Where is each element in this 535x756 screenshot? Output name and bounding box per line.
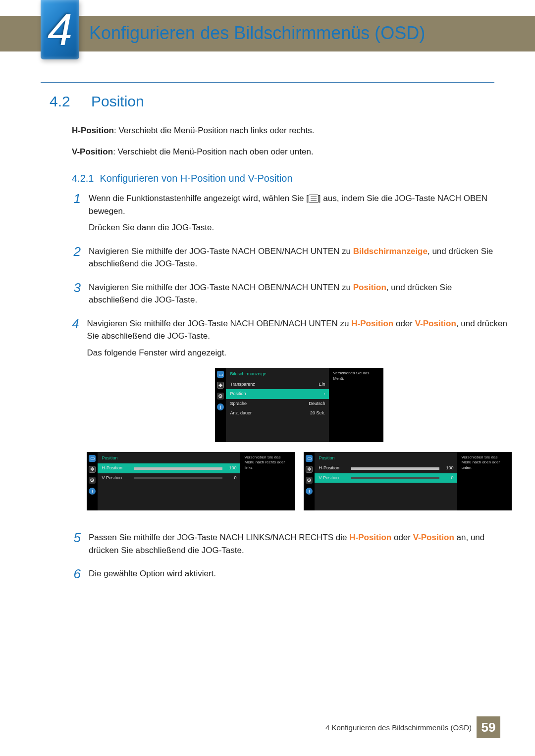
step: 6 Die gewählte Option wird aktiviert. bbox=[72, 567, 494, 584]
section-number: 4.2 bbox=[50, 93, 79, 110]
footer-text: 4 Konfigurieren des Bildschirmmenüs (OSD… bbox=[325, 723, 472, 732]
intro-h: H-Position: Verschiebt die Menü-Position… bbox=[72, 125, 494, 137]
footer: 4 Konfigurieren des Bildschirmmenüs (OSD… bbox=[0, 716, 535, 738]
move-icon: ✥ bbox=[89, 466, 96, 473]
info-icon: i bbox=[89, 488, 96, 495]
monitor-icon: ▭ bbox=[306, 455, 313, 462]
divider-top bbox=[41, 82, 494, 83]
chapter-number: 4 bbox=[48, 7, 72, 52]
info-icon: i bbox=[306, 488, 313, 495]
menu-icon bbox=[309, 195, 319, 202]
gear-icon: ⚙ bbox=[217, 393, 224, 400]
chapter-tab: 4 bbox=[41, 0, 79, 59]
steps-list: 1 Wenn die Funktionstastenhilfe angezeig… bbox=[72, 192, 494, 584]
gear-icon: ⚙ bbox=[306, 477, 313, 484]
monitor-icon: ▭ bbox=[217, 371, 224, 378]
chapter-title: Konfigurieren des Bildschirmmenüs (OSD) bbox=[89, 23, 425, 44]
osd-v-position: ▭ ✥ ⚙ i Position H-Position100 V-Positio… bbox=[304, 452, 512, 511]
section-title: Position bbox=[91, 93, 144, 110]
content: 4.2 Position H-Position: Verschiebt die … bbox=[50, 93, 494, 591]
step: 4 Navigieren Sie mithilfe der JOG-Taste … bbox=[72, 317, 494, 525]
osd-h-position: ▭ ✥ ⚙ i Position H-Position100 V-Positio… bbox=[87, 452, 295, 511]
monitor-icon: ▭ bbox=[89, 455, 96, 462]
page-number: 59 bbox=[477, 716, 500, 738]
info-icon: i bbox=[217, 403, 224, 410]
osd-main: ▭ ✥ ⚙ i Bildschirmanzeige TransparenzEin… bbox=[215, 368, 383, 442]
intro-v: V-Position: Verschiebt die Menü-Position… bbox=[72, 146, 494, 158]
step: 1 Wenn die Funktionstastenhilfe angezeig… bbox=[72, 192, 494, 238]
step: 3 Navigieren Sie mithilfe der JOG-Taste … bbox=[72, 281, 494, 310]
subsection-title: Konfigurieren von H-Position und V-Posit… bbox=[100, 173, 292, 184]
step: 2 Navigieren Sie mithilfe der JOG-Taste … bbox=[72, 245, 494, 274]
move-icon: ✥ bbox=[306, 466, 313, 473]
gear-icon: ⚙ bbox=[89, 477, 96, 484]
step: 5 Passen Sie mithilfe der JOG-Taste NACH… bbox=[72, 531, 494, 560]
move-icon: ✥ bbox=[217, 382, 224, 389]
subsection-number: 4.2.1 bbox=[72, 173, 94, 184]
